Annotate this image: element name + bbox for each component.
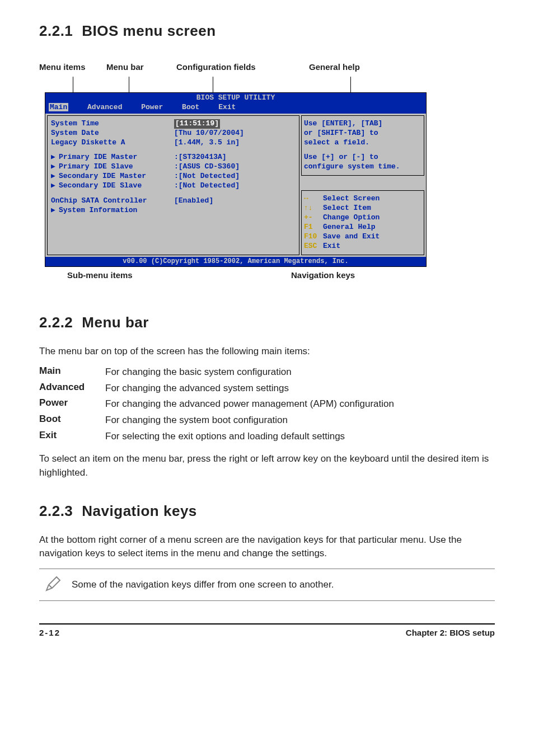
- bios-label: System Information: [59, 206, 137, 214]
- note-text: Some of the navigation keys differ from …: [67, 579, 495, 590]
- def-term: Power: [39, 397, 105, 411]
- bios-screenshot: BIOS SETUP UTILITY Main Advanced Power B…: [45, 92, 427, 267]
- bios-label: Legacy Diskette A: [51, 138, 174, 148]
- bios-row-legacy-diskette[interactable]: Legacy Diskette A [1.44M, 3.5 in]: [51, 138, 296, 148]
- help-line: or [SHIFT-TAB] to: [304, 129, 421, 138]
- heading-223: 2.2.3Navigation keys: [39, 503, 495, 520]
- bios-value: :[Not Detected]: [174, 181, 240, 191]
- bios-label: Primary IDE Slave: [59, 162, 133, 171]
- annotation-submenu-items: Sub-menu items: [67, 270, 133, 280]
- navkey-key: ↑↓: [304, 204, 323, 213]
- bios-value: [Enabled]: [174, 196, 213, 206]
- def-desc: For changing the advanced power manageme…: [105, 397, 495, 411]
- bios-row-sec-slave[interactable]: ▶Secondary IDE Slave :[Not Detected]: [51, 181, 296, 191]
- bottom-annotations: Sub-menu items Navigation keys: [45, 270, 425, 283]
- navkey-row: ESCExit: [304, 242, 421, 251]
- bios-row-system-time[interactable]: System Time [11:51:19]: [51, 119, 296, 129]
- bios-value: [Thu 10/07/2004]: [174, 129, 244, 138]
- bios-value: :[Not Detected]: [174, 172, 240, 181]
- def-term: Exit: [39, 430, 105, 444]
- def-row: Boot For changing the system boot config…: [39, 414, 495, 428]
- bios-row-system-date[interactable]: System Date [Thu 10/07/2004]: [51, 129, 296, 138]
- def-desc: For changing the basic system configurat…: [105, 365, 495, 379]
- bios-menu-power[interactable]: Power: [141, 103, 163, 111]
- submenu-arrow-icon: ▶: [51, 181, 59, 191]
- menubar-def-table: Main For changing the basic system confi…: [39, 365, 495, 443]
- menubar-note: To select an item on the menu bar, press…: [39, 452, 495, 480]
- bios-value-selected: [11:51:19]: [174, 119, 220, 129]
- annotation-menu-bar: Menu bar: [106, 62, 144, 72]
- navkey-key: F10: [304, 232, 323, 242]
- help-line: select a field.: [304, 138, 421, 148]
- navkey-row: ↑↓Select Item: [304, 204, 421, 213]
- bios-row-sysinfo[interactable]: ▶System Information: [51, 206, 296, 215]
- page-footer: 2-12 Chapter 2: BIOS setup: [39, 623, 495, 637]
- bios-navkeys-box: ↔Select Screen ↑↓Select Item +-Change Op…: [301, 190, 424, 255]
- page-number: 2-12: [39, 628, 60, 637]
- def-term: Advanced: [39, 382, 105, 396]
- bios-label: System Time: [51, 119, 174, 129]
- heading-221-num: 2.2.1: [39, 22, 73, 40]
- note-box: Some of the navigation keys differ from …: [39, 569, 495, 601]
- def-row: Exit For selecting the exit options and …: [39, 430, 495, 444]
- def-row: Main For changing the basic system confi…: [39, 365, 495, 379]
- def-desc: For selecting the exit options and loadi…: [105, 430, 495, 444]
- bios-row-pri-master[interactable]: ▶Primary IDE Master :[ST320413A]: [51, 153, 296, 162]
- bios-label: Secondary IDE Master: [59, 172, 146, 180]
- def-row: Power For changing the advanced power ma…: [39, 397, 495, 411]
- navkey-desc: Change Option: [323, 213, 380, 222]
- help-line: Use [ENTER], [TAB]: [304, 119, 421, 129]
- submenu-arrow-icon: ▶: [51, 153, 59, 162]
- bios-menu-advanced[interactable]: Advanced: [87, 103, 122, 111]
- bios-label: OnChip SATA Controller: [51, 196, 174, 206]
- bios-row-pri-slave[interactable]: ▶Primary IDE Slave :[ASUS CD-S360]: [51, 162, 296, 172]
- annotation-menu-items: Menu items: [39, 62, 86, 72]
- bios-help-box: Use [ENTER], [TAB] or [SHIFT-TAB] to sel…: [301, 115, 424, 176]
- heading-221: 2.2.1BIOS menu screen: [39, 22, 495, 40]
- help-line: Use [+] or [-] to: [304, 153, 421, 162]
- bios-label: Secondary IDE Slave: [59, 181, 142, 190]
- heading-223-num: 2.2.3: [39, 503, 73, 520]
- bios-menu-boot[interactable]: Boot: [182, 103, 199, 111]
- navkeys-para: At the bottom right corner of a menu scr…: [39, 533, 495, 561]
- def-desc: For changing the system boot configurati…: [105, 414, 495, 428]
- navkey-key: ESC: [304, 242, 323, 251]
- bios-value: [1.44M, 3.5 in]: [174, 138, 240, 148]
- annotation-general-help: General help: [309, 62, 360, 72]
- heading-222: 2.2.2Menu bar: [39, 314, 495, 331]
- bios-value: :[ST320413A]: [174, 153, 227, 162]
- navkey-row: +-Change Option: [304, 213, 421, 223]
- bios-row-onchip-sata[interactable]: OnChip SATA Controller [Enabled]: [51, 196, 296, 206]
- bios-menu-main[interactable]: Main: [49, 103, 68, 111]
- help-line: configure system time.: [304, 162, 421, 172]
- navkey-desc: Select Screen: [323, 194, 380, 203]
- navkey-row: F10Save and Exit: [304, 232, 421, 242]
- heading-223-title: Navigation keys: [82, 503, 196, 519]
- annotation-config-fields: Configuration fields: [176, 62, 256, 72]
- bios-left-pane: System Time [11:51:19] System Date [Thu …: [47, 115, 299, 255]
- bios-row-sec-master[interactable]: ▶Secondary IDE Master :[Not Detected]: [51, 172, 296, 181]
- pencil-icon: [39, 575, 67, 595]
- bios-label: Primary IDE Master: [59, 153, 137, 161]
- bios-menubar: Main Advanced Power Boot Exit: [45, 103, 426, 114]
- bios-menu-exit[interactable]: Exit: [218, 103, 236, 111]
- bios-title: BIOS SETUP UTILITY: [45, 93, 426, 103]
- navkey-row: ↔Select Screen: [304, 194, 421, 204]
- heading-221-title: BIOS menu screen: [82, 22, 216, 39]
- submenu-arrow-icon: ▶: [51, 206, 59, 215]
- submenu-arrow-icon: ▶: [51, 172, 59, 181]
- navkey-key: F1: [304, 223, 323, 232]
- submenu-arrow-icon: ▶: [51, 162, 59, 172]
- navkey-desc: Exit: [323, 242, 340, 250]
- chapter-label: Chapter 2: BIOS setup: [406, 628, 495, 637]
- navkey-desc: Save and Exit: [323, 232, 380, 241]
- leader-lines: [39, 77, 495, 92]
- navkey-key: ↔: [304, 194, 323, 204]
- heading-222-num: 2.2.2: [39, 314, 73, 331]
- def-row: Advanced For changing the advanced syste…: [39, 382, 495, 396]
- bios-copyright: v00.00 (C)Copyright 1985-2002, American …: [45, 257, 426, 267]
- menubar-intro: The menu bar on top of the screen has th…: [39, 345, 495, 359]
- annotation-navigation-keys: Navigation keys: [291, 270, 355, 280]
- navkey-key: +-: [304, 213, 323, 223]
- navkey-desc: Select Item: [323, 204, 371, 212]
